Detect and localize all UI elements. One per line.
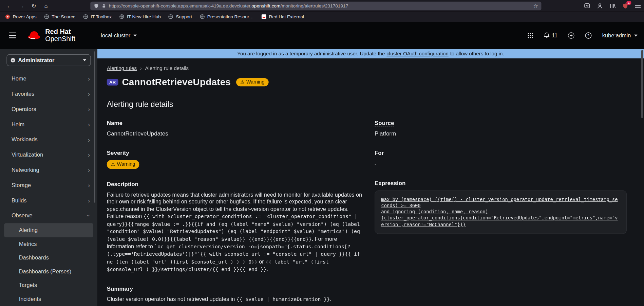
lock-icon (101, 3, 107, 8)
severity-value: ⚠Warning (107, 160, 363, 169)
url-text: https://console-openshift-console.apps.e… (109, 3, 531, 8)
cluster-selector[interactable]: local-cluster (101, 32, 137, 38)
app-launcher-icon[interactable] (528, 33, 533, 38)
bookmark-star-icon[interactable]: ☆ (533, 3, 538, 9)
details-right-column: Source Platform For - Expression max by … (375, 120, 627, 234)
svg-text:?: ? (587, 33, 589, 37)
menu-icon[interactable] (635, 3, 641, 8)
browser-toolbar: ← → ↻ ⌂ https://console-openshift-consol… (0, 0, 644, 12)
brand-logo: Red Hat OpenShift (27, 29, 75, 42)
back-icon[interactable]: ← (3, 2, 16, 9)
sidebar-item-storage[interactable]: Storage› (0, 178, 97, 193)
summary-value: Cluster version operator has not retriev… (107, 295, 363, 303)
summary-label: Summary (107, 285, 363, 292)
bookmark-label: Presentation Resour… (207, 14, 254, 19)
globe-icon (44, 14, 49, 20)
sidebar-item-networking[interactable]: Networking› (0, 162, 97, 178)
severity-label: Severity (107, 149, 363, 156)
pocket-icon[interactable] (584, 3, 590, 9)
bookmark-the-source[interactable]: The Source (44, 14, 75, 20)
chevron-right-icon: › (88, 106, 90, 112)
masthead-actions: 11 ? kube:admin (528, 32, 638, 39)
expression-code[interactable]: max by (namespace) ((time() - cluster_ve… (375, 190, 627, 234)
sidebar-nav: Home›Favorites›Operators›Helm›Workloads›… (0, 71, 97, 306)
globe-icon (200, 14, 205, 20)
forward-icon[interactable]: → (16, 2, 28, 9)
source-value: Platform (375, 130, 627, 138)
oauth-configuration-link[interactable]: cluster OAuth configuration (386, 51, 449, 56)
page-scrollbar[interactable] (641, 50, 643, 118)
sidebar-item-observe[interactable]: Observe› (0, 208, 97, 223)
extension-icon[interactable]: 1 (622, 3, 628, 9)
account-icon[interactable] (597, 3, 603, 9)
main-content: You are logged in as a temporary adminis… (97, 49, 644, 306)
chevron-right-icon: › (88, 91, 90, 97)
screen: ← → ↻ ⌂ https://console-openshift-consol… (0, 0, 644, 306)
perspective-switcher[interactable]: Administrator (6, 54, 91, 66)
user-menu[interactable]: kube:admin (602, 32, 638, 38)
perspective-label: Administrator (18, 57, 54, 63)
bookmark-red-hat-external[interactable]: Red Hat External (261, 14, 304, 20)
shield-icon[interactable] (94, 3, 99, 8)
for-label: For (375, 149, 627, 156)
severity-warning-badge: ⚠Warning (107, 160, 139, 169)
breadcrumb-alerting-rules[interactable]: Alerting rules (107, 65, 137, 71)
home-icon[interactable]: ⌂ (40, 2, 52, 9)
sidebar-item-targets[interactable]: Targets (0, 278, 97, 292)
warning-triangle-icon: ⚠ (240, 79, 244, 84)
extension-badge: 1 (626, 1, 631, 5)
globe-icon (168, 14, 174, 20)
sidebar-item-dashboards[interactable]: Dashboards (0, 251, 97, 265)
chevron-right-icon: › (88, 197, 90, 203)
sidebar-item-operators[interactable]: Operators› (0, 102, 97, 117)
sidebar: Administrator Home›Favorites›Operators›H… (0, 49, 97, 306)
page-header: AR CannotRetrieveUpdates ⚠Warning (107, 76, 634, 88)
chevron-right-icon: › (88, 76, 90, 82)
sidebar-item-builds[interactable]: Builds› (0, 193, 97, 208)
sidebar-scrollbar[interactable] (94, 51, 95, 202)
sidebar-item-metrics[interactable]: Metrics (0, 237, 97, 251)
sidebar-item-incidents[interactable]: Incidents (0, 292, 97, 306)
toolbar-actions: 1 (584, 3, 641, 9)
breadcrumb: Alerting rules › Alerting rule details (107, 65, 634, 71)
url-bar[interactable]: https://console-openshift-console.apps.e… (90, 1, 541, 10)
sidebar-item-favorites[interactable]: Favorites› (0, 86, 97, 102)
bookmark-it-toolbox[interactable]: IT Toolbox (83, 14, 112, 20)
sidebar-item-alerting[interactable]: Alerting (4, 223, 93, 237)
globe-icon (119, 14, 125, 20)
redhat-fedora-icon (27, 30, 42, 40)
sidebar-item-workloads[interactable]: Workloads› (0, 132, 97, 147)
bookmark-label: The Source (52, 14, 75, 19)
sidebar-item-dashboards-perses[interactable]: Dashboards (Perses) (0, 265, 97, 278)
warning-triangle-icon: ⚠ (111, 162, 115, 166)
login-banner: You are logged in as a temporary adminis… (97, 49, 644, 58)
details-left-column: Name CannotRetrieveUpdates Severity ⚠War… (107, 120, 363, 306)
bookmark-rover-apps[interactable]: Rover Apps (5, 14, 37, 20)
bookmark-it-new-hire-hub[interactable]: IT New Hire Hub (119, 14, 161, 20)
bookmark-support[interactable]: Support (168, 14, 192, 20)
nav-toggle-icon[interactable] (9, 33, 16, 38)
name-label: Name (107, 120, 363, 126)
add-icon[interactable] (568, 32, 575, 39)
chevron-right-icon: › (88, 137, 90, 143)
library-icon[interactable] (609, 3, 615, 9)
name-value: CannotRetrieveUpdates (107, 130, 363, 138)
brand-line2: OpenShift (45, 35, 75, 42)
help-icon[interactable]: ? (585, 32, 592, 39)
sidebar-item-helm[interactable]: Helm› (0, 117, 97, 132)
sidebar-item-home[interactable]: Home› (0, 71, 97, 86)
bookmark-label: Support (176, 14, 192, 19)
gear-icon (11, 58, 15, 62)
caret-down-icon (83, 59, 87, 61)
notifications-button[interactable]: 11 (543, 32, 557, 38)
description-label: Description (107, 181, 363, 187)
notification-count: 11 (552, 32, 557, 38)
sidebar-item-virtualization[interactable]: Virtualization› (0, 147, 97, 162)
reload-icon[interactable]: ↻ (28, 2, 40, 9)
caret-down-icon (134, 34, 137, 36)
brand-line1: Red Hat (45, 29, 75, 36)
warning-badge: ⚠Warning (236, 78, 269, 86)
bookmark-label: Red Hat External (269, 14, 304, 19)
bookmark-presentation-resour[interactable]: Presentation Resour… (200, 14, 254, 20)
description-value: Failure to retrieve updates means that c… (107, 191, 363, 273)
